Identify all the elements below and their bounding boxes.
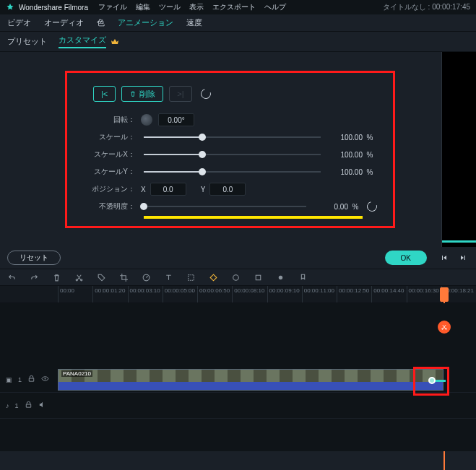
opacity-label: 不透明度： bbox=[83, 201, 141, 212]
ruler-tick: 00:00 bbox=[58, 286, 92, 303]
play-prev-button[interactable] bbox=[438, 252, 450, 264]
keyframe-marker[interactable] bbox=[428, 377, 436, 384]
timeline-tracks: ▣ 1 PANA0210 ♪ 1 bbox=[0, 303, 476, 451]
ruler-tick: 00:00:12:50 bbox=[337, 286, 371, 303]
ruler-tick: 00:00:01:20 bbox=[92, 286, 127, 303]
crown-icon bbox=[111, 38, 119, 46]
svg-point-6 bbox=[279, 275, 282, 279]
subtab-customize[interactable]: カスタマイズ bbox=[59, 35, 106, 48]
menu-help[interactable]: ヘルプ bbox=[264, 2, 286, 12]
keyframe-next-button[interactable]: >| bbox=[169, 86, 191, 102]
scaley-label: スケールY： bbox=[83, 167, 141, 177]
delete-icon[interactable] bbox=[52, 273, 61, 282]
record-icon[interactable] bbox=[276, 273, 285, 282]
mute-icon[interactable] bbox=[38, 401, 46, 410]
menu-file[interactable]: ファイル bbox=[98, 2, 127, 12]
scalex-label: スケールX： bbox=[83, 149, 141, 160]
menu-tool[interactable]: ツール bbox=[159, 2, 181, 12]
ruler-tick: 00:00:05:00 bbox=[163, 286, 197, 303]
yellow-annotation bbox=[144, 216, 363, 219]
svg-rect-5 bbox=[256, 275, 261, 280]
menu-view[interactable]: 表示 bbox=[189, 2, 204, 12]
ok-button[interactable]: OK bbox=[385, 251, 427, 265]
scalex-value[interactable]: 100.00 bbox=[328, 151, 363, 159]
position-label: ポジション： bbox=[83, 184, 141, 194]
tab-video[interactable]: ビデオ bbox=[7, 17, 31, 28]
app-name: Wondershare Filmora bbox=[19, 4, 88, 12]
text-icon[interactable] bbox=[164, 273, 173, 282]
scale-value[interactable]: 100.00 bbox=[328, 134, 363, 142]
audio-track-index-icon[interactable]: ♪ bbox=[6, 402, 9, 409]
undo-icon[interactable] bbox=[7, 273, 17, 282]
scale-unit: % bbox=[363, 134, 377, 142]
ruler-tick: 00:00:06:50 bbox=[197, 286, 232, 303]
tab-speed[interactable]: 速度 bbox=[186, 17, 202, 28]
keyframe-delete-button[interactable]: 削除 bbox=[121, 86, 163, 102]
color-icon[interactable] bbox=[231, 273, 241, 282]
greenscreen-icon[interactable] bbox=[254, 273, 263, 282]
cut-icon[interactable] bbox=[74, 273, 84, 282]
scale-slider[interactable] bbox=[144, 136, 321, 138]
video-track: ▣ 1 PANA0210 bbox=[0, 367, 476, 393]
tab-audio[interactable]: オーディオ bbox=[44, 17, 84, 28]
svg-point-7 bbox=[442, 328, 443, 330]
position-x-input[interactable] bbox=[150, 183, 186, 196]
opacity-value[interactable]: 0.00 bbox=[313, 203, 348, 211]
menu-export[interactable]: エクスポート bbox=[212, 2, 256, 12]
timeline-ruler[interactable]: 00:00 00:00:01:20 00:00:03:10 00:00:05:0… bbox=[0, 286, 476, 303]
menu-edit[interactable]: 編集 bbox=[136, 2, 150, 12]
main-menu: ファイル 編集 ツール 表示 エクスポート ヘルプ bbox=[98, 2, 286, 12]
clip-name: PANA0210 bbox=[61, 370, 92, 377]
audio-track-number: 1 bbox=[15, 402, 19, 409]
preview-panel bbox=[441, 52, 476, 247]
position-x-label: X bbox=[141, 186, 146, 193]
position-y-label: Y bbox=[201, 186, 206, 193]
ruler-tick: 00:00:03:10 bbox=[128, 286, 163, 303]
tab-animation[interactable]: アニメーション bbox=[118, 17, 173, 28]
scale-label: スケール： bbox=[83, 132, 141, 142]
opacity-slider[interactable] bbox=[144, 206, 306, 207]
scaley-slider[interactable] bbox=[144, 171, 321, 173]
svg-rect-3 bbox=[189, 274, 194, 280]
tag-icon[interactable] bbox=[97, 273, 106, 282]
scalex-unit: % bbox=[363, 151, 377, 159]
project-title: タイトルなし : 00:00:17:45 bbox=[383, 2, 470, 12]
eye-icon[interactable] bbox=[41, 375, 49, 384]
reset-button[interactable]: リセット bbox=[7, 251, 61, 265]
svg-point-1 bbox=[81, 279, 82, 280]
scissors-marker-icon[interactable] bbox=[438, 321, 451, 334]
detach-icon[interactable] bbox=[186, 273, 196, 282]
subtab-preset[interactable]: プリセット bbox=[7, 36, 47, 47]
ruler-tick: 00:00:14:40 bbox=[371, 286, 406, 303]
audio-track: ♪ 1 bbox=[0, 393, 476, 419]
svg-point-4 bbox=[233, 274, 239, 280]
highlight-annotation: |< 削除 >| 回転： スケール： 100.00 % bbox=[65, 71, 395, 228]
play-next-button[interactable] bbox=[457, 252, 469, 264]
rotation-knob[interactable] bbox=[141, 114, 152, 126]
rotation-label: 回転： bbox=[83, 115, 141, 125]
video-track-index-icon[interactable]: ▣ bbox=[6, 376, 12, 383]
svg-point-8 bbox=[446, 328, 447, 330]
lock-icon[interactable] bbox=[27, 375, 35, 384]
position-y-input[interactable] bbox=[209, 183, 246, 196]
ruler-tick: 00:00:09:10 bbox=[267, 286, 302, 303]
scaley-value[interactable]: 100.00 bbox=[328, 168, 363, 176]
scaley-unit: % bbox=[363, 168, 377, 176]
inspector-tabs: ビデオ オーディオ 色 アニメーション 速度 bbox=[0, 14, 476, 32]
scalex-slider[interactable] bbox=[144, 154, 321, 155]
crop-icon[interactable] bbox=[119, 273, 129, 282]
redo-icon[interactable] bbox=[30, 273, 39, 282]
speed-icon[interactable] bbox=[142, 273, 151, 282]
playhead[interactable] bbox=[440, 287, 449, 302]
marker-icon[interactable] bbox=[298, 273, 308, 282]
rotation-input[interactable] bbox=[158, 113, 194, 126]
reset-keyframe-icon[interactable] bbox=[199, 87, 212, 100]
video-clip[interactable]: PANA0210 bbox=[58, 369, 443, 391]
tab-color[interactable]: 色 bbox=[97, 17, 105, 28]
opacity-reset-icon[interactable] bbox=[365, 199, 378, 213]
keyframe-prev-button[interactable]: |< bbox=[93, 86, 116, 102]
svg-point-9 bbox=[45, 378, 46, 380]
keyframe-tool-icon[interactable] bbox=[209, 273, 218, 282]
lock-icon[interactable] bbox=[25, 401, 33, 410]
opacity-unit: % bbox=[348, 203, 363, 211]
